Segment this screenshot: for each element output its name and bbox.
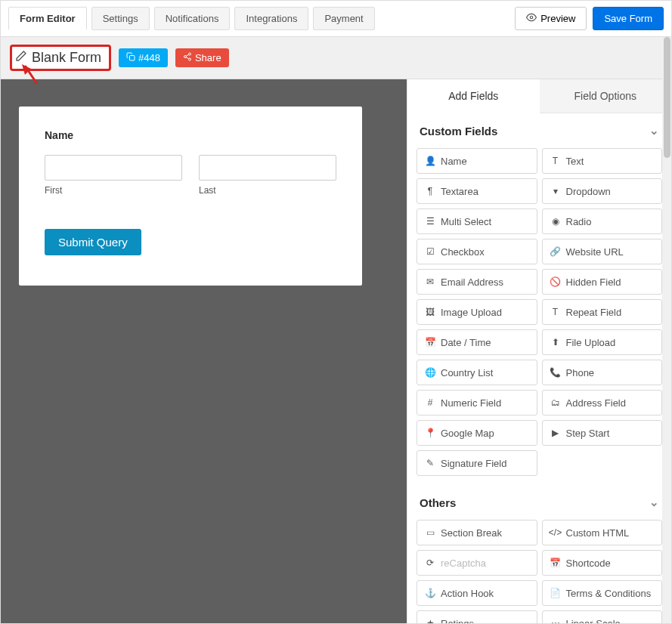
calendar-alt-icon: 📅 [550, 558, 561, 568]
field-linear-scale[interactable]: ⋯Linear Scale [542, 610, 663, 623]
section-others-label: Others [420, 496, 456, 509]
scrollbar-thumb[interactable] [664, 37, 670, 158]
ellipsis-icon: ⋯ [550, 618, 561, 623]
file-icon: 📄 [550, 588, 561, 598]
section-custom-fields-label: Custom Fields [420, 125, 497, 137]
field-repeat-field[interactable]: TRepeat Field [542, 299, 663, 325]
paragraph-icon: ¶ [425, 186, 435, 196]
pencil-icon [15, 50, 27, 66]
field-numeric-field[interactable]: #Numeric Field [417, 390, 537, 415]
form-id-button[interactable]: #448 [119, 48, 168, 67]
eye-icon [526, 12, 537, 25]
tab-form-editor[interactable]: Form Editor [8, 7, 87, 30]
field-checkbox[interactable]: ☑Checkbox [417, 239, 537, 264]
pencil-square-icon: ✎ [425, 458, 435, 468]
text-icon: T [550, 156, 561, 166]
field-file-upload[interactable]: ⬆File Upload [542, 329, 663, 355]
preview-button[interactable]: Preview [515, 7, 587, 30]
form-title: Blank Form [32, 50, 101, 66]
anchor-icon: ⚓ [425, 588, 435, 598]
field-radio[interactable]: ◉Radio [542, 209, 663, 234]
code-icon: </> [550, 527, 561, 538]
upload-icon: ⬆ [550, 337, 561, 348]
submit-button[interactable]: Submit Query [45, 229, 141, 255]
first-name-caption: First [45, 185, 182, 196]
copy-icon [126, 52, 135, 63]
sub-bar: Blank Form #448 Share [1, 37, 671, 79]
address-card-icon: 🗂 [550, 397, 561, 408]
field-step-start[interactable]: ▶Step Start [542, 420, 663, 446]
last-name-caption: Last [199, 185, 336, 196]
field-custom-html[interactable]: </>Custom HTML [542, 520, 663, 545]
calendar-icon: 📅 [425, 337, 435, 348]
tab-settings[interactable]: Settings [91, 7, 150, 30]
field-address-field[interactable]: 🗂Address Field [542, 390, 663, 415]
chevron-down-icon: ⌄ [649, 496, 659, 509]
side-tab-field-options[interactable]: Field Options [540, 79, 672, 113]
field-ratings[interactable]: ★Ratings [417, 610, 537, 623]
form-card: Name First Last Submit Query [19, 107, 362, 286]
list-icon: ☰ [425, 216, 435, 227]
field-signature-field[interactable]: ✎Signature Field [417, 450, 537, 476]
preview-label: Preview [540, 13, 575, 24]
main-tabs: Form Editor Settings Notifications Integ… [8, 7, 375, 30]
globe-icon: 🌐 [425, 367, 435, 378]
tab-payment[interactable]: Payment [313, 7, 374, 30]
svg-point-0 [530, 16, 533, 19]
field-name[interactable]: 👤Name [417, 148, 537, 174]
share-button[interactable]: Share [175, 48, 229, 67]
share-label: Share [195, 52, 221, 63]
section-others[interactable]: Others ⌄ [407, 485, 671, 517]
field-dropdown[interactable]: ▾Dropdown [542, 178, 663, 204]
top-bar: Form Editor Settings Notifications Integ… [1, 1, 671, 37]
star-icon: ★ [425, 618, 435, 623]
eye-slash-icon: 🚫 [550, 276, 561, 287]
link-icon: 🔗 [550, 246, 561, 257]
field-email-address[interactable]: ✉Email Address [417, 269, 537, 295]
field-section-break[interactable]: ▭Section Break [417, 520, 537, 545]
tab-notifications[interactable]: Notifications [154, 7, 231, 30]
checkbox-icon: ☑ [425, 246, 435, 257]
field-google-map[interactable]: 📍Google Map [417, 420, 537, 446]
field-image-upload[interactable]: 🖼Image Upload [417, 299, 537, 325]
field-shortcode[interactable]: 📅Shortcode [542, 550, 663, 576]
envelope-icon: ✉ [425, 276, 435, 287]
field-hidden-field[interactable]: 🚫Hidden Field [542, 269, 663, 295]
side-tab-add-fields[interactable]: Add Fields [407, 79, 540, 113]
phone-icon: 📞 [550, 367, 561, 378]
field-date-time[interactable]: 📅Date / Time [417, 329, 537, 355]
svg-line-6 [186, 54, 188, 56]
form-title-box[interactable]: Blank Form [10, 45, 111, 71]
tab-integrations[interactable]: Integrations [234, 7, 308, 30]
section-custom-fields[interactable]: Custom Fields ⌄ [407, 113, 671, 145]
field-action-hook[interactable]: ⚓Action Hook [417, 580, 537, 606]
field-textarea[interactable]: ¶Textarea [417, 178, 537, 204]
field-website-url[interactable]: 🔗Website URL [542, 239, 663, 264]
caret-down-icon: ▾ [550, 186, 561, 196]
share-icon [183, 52, 192, 63]
name-field-label: Name [45, 129, 336, 141]
field-text[interactable]: TText [542, 148, 663, 174]
user-icon: 👤 [425, 156, 435, 166]
sidebar: Add Fields Field Options Custom Fields ⌄… [407, 79, 671, 623]
save-form-button[interactable]: Save Form [593, 7, 664, 30]
form-id-label: #448 [138, 52, 160, 63]
field-terms-conditions[interactable]: 📄Terms & Conditions [542, 580, 663, 606]
text-width-icon: T [550, 307, 561, 317]
field-country-list[interactable]: 🌐Country List [417, 360, 537, 385]
map-pin-icon: 📍 [425, 428, 435, 438]
svg-point-3 [184, 56, 186, 58]
svg-rect-1 [130, 56, 135, 61]
field-multi-select[interactable]: ☰Multi Select [417, 209, 537, 234]
chevron-down-icon: ⌄ [649, 124, 659, 137]
first-name-input[interactable] [45, 155, 182, 181]
scrollbar-track[interactable] [662, 37, 671, 623]
last-name-input[interactable] [199, 155, 336, 181]
svg-line-5 [186, 57, 188, 59]
hash-icon: # [425, 397, 435, 408]
field-phone[interactable]: 📞Phone [542, 360, 663, 385]
form-canvas: Name First Last Submit Query [1, 79, 407, 623]
recaptcha-icon: ⟳ [425, 558, 435, 568]
field-recaptcha[interactable]: ⟳reCaptcha [417, 550, 537, 576]
step-icon: ▶ [550, 428, 561, 438]
